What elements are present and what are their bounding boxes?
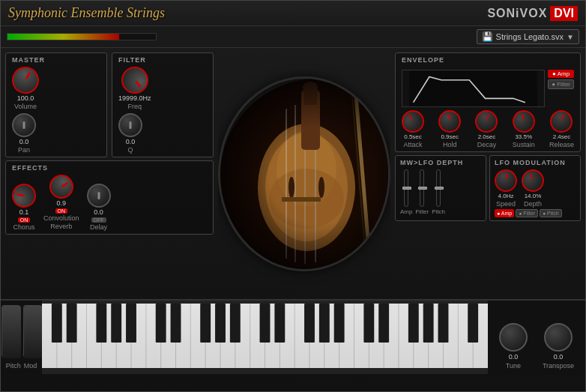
right-controls: 0.0 Tune 0.0 Transpose [488,301,585,374]
master-title: MASTER [12,56,100,64]
mod-label: Mod [24,362,37,370]
amp-slider[interactable] [404,169,408,207]
dropdown-arrow-icon: ▼ [567,33,574,41]
delay-group: 0.0 OFF Delay [87,184,111,231]
svg-rect-71 [438,304,449,343]
freq-label: Freq [128,103,142,110]
sustain-group: 33.5% Sustain [513,110,535,148]
envelope-title: ENVELOPE [402,56,444,64]
filter-slider[interactable] [420,169,424,207]
violin-image [218,76,390,271]
hold-knob[interactable] [438,110,461,133]
lfo-pitch-button[interactable]: ● Pitch [540,209,562,217]
depth-group: 14.0% Depth [522,169,544,208]
lfo-amp-button[interactable]: ● Amp [495,209,514,217]
pitch-slider-thumb [435,187,444,190]
lfo-depth-knob[interactable] [519,166,547,195]
tune-value: 0.0 [509,353,519,361]
envelope-section: ENVELOPE ● Amp ● Filter [395,52,581,152]
sustain-knob[interactable] [510,109,537,135]
pan-knob[interactable] [12,113,36,137]
svg-rect-19 [2,306,21,358]
svg-rect-70 [423,304,434,343]
delay-value: 0.0 [94,208,103,216]
pan-knob-row: 0.0 Pan [12,113,100,154]
release-knob[interactable] [547,107,576,136]
violin-area [218,48,390,299]
pitch-strip[interactable] [1,305,20,358]
filter-slider-thumb [418,187,427,190]
preset-selector[interactable]: 💾 Strings Legato.svx ▼ [477,29,579,44]
left-panel: MASTER 100.0 Volume 0.0 Pan [1,48,218,299]
pitch-slider-col: Pitch [432,169,445,215]
main-content: MASTER 100.0 Volume 0.0 Pan [1,48,585,299]
freq-value: 19999.0Hz [118,94,151,102]
decay-group: 2.0sec Decay [475,110,498,148]
brand-sonivox: SONiVOX [487,7,547,20]
preset-name: Strings Legato.svx [496,32,564,41]
master-section: MASTER 100.0 Volume 0.0 Pan [5,52,107,157]
delay-label: Delay [90,223,107,231]
pitch-slider-label: Pitch [432,208,445,215]
transpose-knob[interactable] [544,323,573,352]
volume-knob[interactable] [7,61,43,98]
decay-knob[interactable] [472,107,501,136]
reverb-state[interactable]: ON [55,208,68,214]
delay-knob[interactable] [87,184,111,208]
chorus-value: 0.1 [19,208,29,216]
hold-value: 0.9sec [441,133,459,140]
level-bar-fill [7,34,119,40]
svg-rect-68 [378,304,389,343]
volume-group: 100.0 Volume [12,67,39,110]
amp-slider-col: Amp [400,169,412,215]
chorus-knob[interactable] [10,181,37,209]
depth-value: 14.0% [525,193,542,199]
pitch-slider[interactable] [436,169,441,207]
mod-strip[interactable] [23,305,42,358]
transpose-label: Transpose [543,362,574,370]
lfo-filter-button[interactable]: ● Filter [516,209,538,217]
svg-rect-65 [319,304,330,343]
svg-rect-72 [468,304,478,343]
attack-knob[interactable] [398,106,429,137]
speed-label: Speed [496,200,516,208]
attack-label: Attack [403,141,422,148]
speed-knob[interactable] [493,168,519,194]
master-knob-row: 100.0 Volume [12,67,100,110]
reverb-group: 0.9 ON ConvolutionReverb [43,175,79,231]
svg-rect-62 [260,304,271,343]
delay-state[interactable]: OFF [91,217,106,223]
hold-label: Hold [443,141,457,148]
decay-value: 2.0sec [478,133,496,140]
lfo-mod-buttons: ● Amp ● Filter ● Pitch [495,209,576,217]
app-container: Symphonic Ensemble Strings SONiVOX DVI 💾… [0,0,586,392]
pan-label: Pan [18,146,30,154]
volume-value: 100.0 [17,94,34,102]
svg-rect-56 [126,304,136,343]
keyboard [42,301,488,374]
freq-knob[interactable] [115,61,154,100]
chorus-state[interactable]: ON [18,217,31,223]
brand: SONiVOX DVI [487,6,578,21]
filter-title: FILTER [118,56,207,64]
q-label: Q [127,146,133,154]
release-group: 2.4sec Release [549,110,574,148]
filter-env-button[interactable]: ● Filter [548,79,574,89]
attack-group: 0.5sec Attack [402,110,424,148]
lfo-mod-title: LFO MODULATION [495,159,576,166]
svg-rect-57 [156,304,166,343]
q-knob[interactable] [118,113,142,137]
svg-rect-64 [304,304,315,343]
hold-group: 0.9sec Hold [438,110,461,148]
filter-slider-label: Filter [415,208,429,215]
filter-freq-row: 19999.0Hz Freq [118,67,207,110]
amp-button[interactable]: ● Amp [548,70,574,78]
q-group: 0.0 Q [118,113,142,154]
svg-rect-61 [230,304,241,343]
reverb-knob[interactable] [45,170,78,203]
tune-knob[interactable] [499,323,528,352]
keyboard-labels: Pitch Mod [1,301,42,374]
keys-container [42,304,488,368]
svg-rect-58 [171,304,181,343]
env-knobs-row: 0.5sec Attack 0.9sec Hold 2.0sec Decay [402,110,574,148]
